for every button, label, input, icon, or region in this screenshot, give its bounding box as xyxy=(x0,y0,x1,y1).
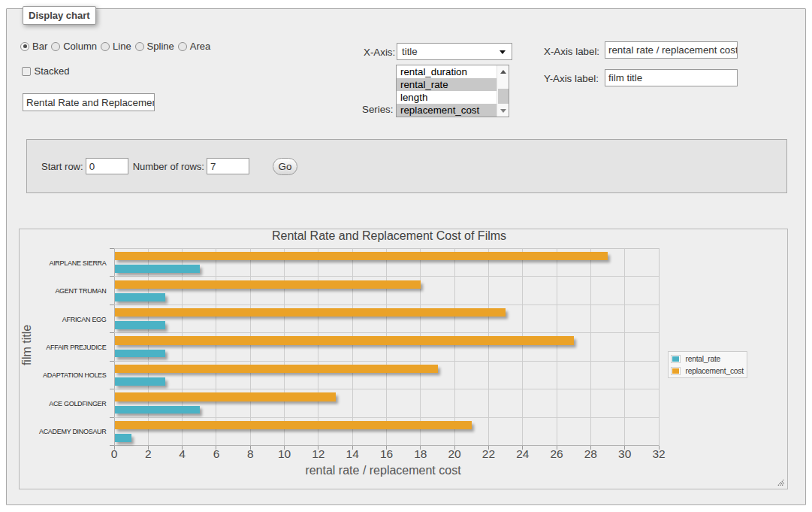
x-tick-label: 12 xyxy=(302,447,335,461)
go-button[interactable]: Go xyxy=(273,158,297,175)
bar-rental_rate xyxy=(115,293,166,301)
fieldset-legend: Display chart xyxy=(23,6,96,25)
bar-rental_rate xyxy=(115,377,166,386)
category-label: AIRPLANE SIERRA xyxy=(24,259,107,267)
radio-label: Spline xyxy=(147,41,174,52)
num-rows-input[interactable] xyxy=(207,158,249,174)
bar-replacement_cost xyxy=(115,421,472,429)
v-gridline xyxy=(250,248,251,445)
plot-area xyxy=(114,248,660,446)
bar-replacement_cost xyxy=(115,392,336,401)
xaxis-title: rental rate / replacement cost xyxy=(111,464,656,477)
chart-type-radio-bar[interactable]: Bar xyxy=(20,41,47,52)
bar-rental_rate xyxy=(115,350,166,358)
chart-type-radio-column[interactable]: Column xyxy=(51,41,97,52)
legend-item-replacement_cost: replacement_cost xyxy=(671,365,747,377)
bar-replacement_cost xyxy=(115,365,438,373)
y-tick-mark xyxy=(110,276,114,277)
category-label: ACE GOLDFINGER xyxy=(24,400,107,407)
v-gridline xyxy=(590,248,591,445)
radio-label: Column xyxy=(63,41,97,52)
bar-replacement_cost xyxy=(115,280,421,289)
radio-icon[interactable] xyxy=(51,42,60,51)
h-gridline xyxy=(114,361,659,362)
bar-rental_rate xyxy=(115,265,200,273)
v-gridline xyxy=(148,248,149,445)
bar-rental_rate xyxy=(115,406,200,414)
x-tick-label: 28 xyxy=(574,447,607,461)
yaxis-label-input[interactable] xyxy=(605,69,738,86)
xaxis-select-label: X-Axis: xyxy=(364,47,395,58)
start-row-input[interactable] xyxy=(86,158,128,174)
x-tick-label: 32 xyxy=(642,447,675,461)
scrollbar-down-arrow-icon[interactable] xyxy=(497,104,509,117)
chart-legend: rental_ratereplacement_cost xyxy=(668,351,747,378)
xaxis-select[interactable]: title xyxy=(397,43,512,60)
yaxis-label-label: Y-Axis label: xyxy=(544,73,599,84)
y-tick-mark xyxy=(110,248,114,249)
x-tick-label: 8 xyxy=(234,447,267,461)
y-tick-mark xyxy=(110,445,114,446)
radio-icon[interactable] xyxy=(101,42,110,51)
start-row-label: Start row: xyxy=(41,161,83,172)
resize-handle-icon[interactable] xyxy=(777,479,784,486)
chart-type-radio-line[interactable]: Line xyxy=(101,41,131,52)
radio-icon[interactable] xyxy=(178,42,187,51)
series-options: rental_durationrental_ratelengthreplacem… xyxy=(397,65,497,117)
radio-icon[interactable] xyxy=(20,42,29,51)
num-rows-label: Number of rows: xyxy=(133,161,204,172)
chart-title: Rental Rate and Replacement Cost of Film… xyxy=(117,229,662,243)
rows-inner: Start row: Number of rows: Go xyxy=(41,140,297,192)
chart-type-radio-spline[interactable]: Spline xyxy=(135,41,174,52)
series-option-rental_rate[interactable]: rental_rate xyxy=(397,78,497,91)
bar-replacement_cost xyxy=(115,252,608,260)
radio-icon[interactable] xyxy=(135,42,144,51)
x-tick-label: 14 xyxy=(336,447,369,461)
xaxis-label-label: X-Axis label: xyxy=(544,46,599,57)
x-tick-label: 0 xyxy=(98,447,131,461)
series-option-length[interactable]: length xyxy=(397,91,497,104)
scrollbar-up-arrow-icon[interactable] xyxy=(497,65,509,78)
chart-type-radio-area[interactable]: Area xyxy=(178,41,210,52)
y-tick-mark xyxy=(110,361,114,362)
stacked-checkbox[interactable] xyxy=(22,67,31,76)
x-tick-label: 10 xyxy=(268,447,301,461)
x-tick-label: 30 xyxy=(608,447,641,461)
series-option-replacement_cost[interactable]: replacement_cost xyxy=(397,104,497,117)
v-gridline xyxy=(216,248,216,445)
h-gridline xyxy=(114,417,659,418)
display-chart-fieldset: Display chart BarColumnLineSplineArea St… xyxy=(6,8,806,505)
xaxis-label-input[interactable] xyxy=(605,41,738,59)
scrollbar-thumb[interactable] xyxy=(498,89,509,104)
xaxis-select-value: title xyxy=(402,46,418,57)
v-gridline xyxy=(488,248,489,445)
x-tick-label: 18 xyxy=(404,447,437,461)
chart-title-input[interactable] xyxy=(23,93,155,111)
x-tick-label: 22 xyxy=(472,447,505,461)
radio-label: Area xyxy=(190,41,210,52)
v-gridline xyxy=(182,248,183,445)
x-tick-label: 16 xyxy=(370,447,403,461)
series-multiselect[interactable]: rental_durationrental_ratelengthreplacem… xyxy=(396,65,509,117)
v-gridline xyxy=(420,248,421,445)
y-tick-mark xyxy=(110,332,114,333)
y-tick-mark xyxy=(110,417,114,418)
series-scrollbar[interactable] xyxy=(497,65,509,117)
legend-swatch-fill xyxy=(672,368,679,374)
page: Display chart BarColumnLineSplineArea St… xyxy=(0,0,812,512)
series-option-rental_duration[interactable]: rental_duration xyxy=(397,65,497,78)
x-tick-label: 20 xyxy=(438,447,471,461)
legend-swatch-fill xyxy=(672,356,679,362)
category-label: ADAPTATION HOLES xyxy=(24,371,107,379)
legend-label: rental_rate xyxy=(686,355,720,363)
category-label: AFFAIR PREJUDICE xyxy=(24,344,107,351)
bar-replacement_cost xyxy=(115,336,574,344)
v-gridline xyxy=(318,248,318,445)
h-gridline xyxy=(114,389,659,389)
v-gridline xyxy=(557,248,557,445)
v-gridline xyxy=(386,248,387,445)
h-gridline xyxy=(114,304,659,305)
legend-swatch xyxy=(671,355,681,363)
v-gridline xyxy=(454,248,455,445)
radio-label: Line xyxy=(113,41,131,52)
